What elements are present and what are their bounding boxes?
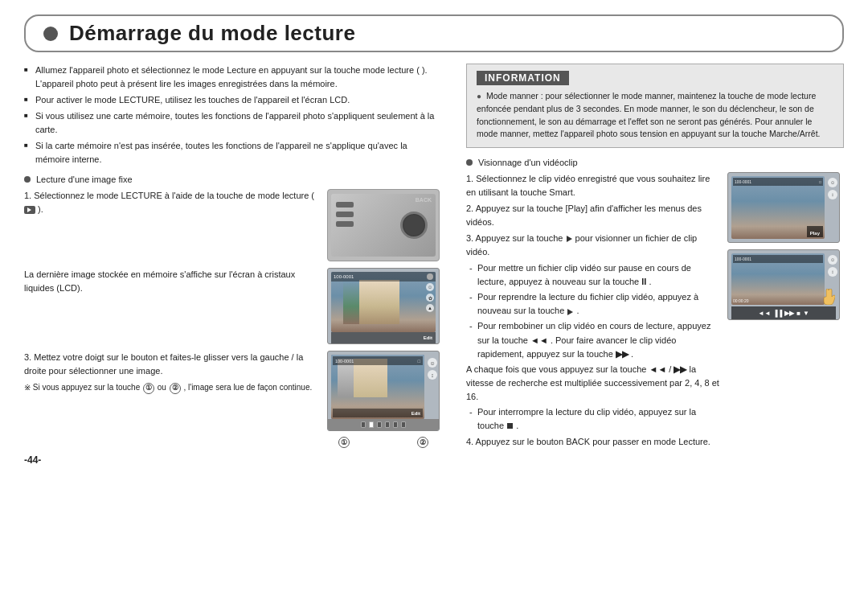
title-bullet xyxy=(43,27,58,41)
right-column: INFORMATION ● Mode manner : pour sélecti… xyxy=(458,64,844,586)
left-column: Allumez l'appareil photo et sélectionnez… xyxy=(24,64,458,586)
slide-image: 100-0001 □ Edit ☺ ↕ xyxy=(327,351,440,431)
intro-bullets: Allumez l'appareil photo et sélectionnez… xyxy=(24,64,444,166)
main-content: Allumez l'appareil photo et sélectionnez… xyxy=(24,64,844,586)
page: Démarrage du mode lecture Allumez l'appa… xyxy=(0,0,868,600)
right-section: 1. Sélectionnez le clip vidéo enregistré… xyxy=(466,172,844,449)
circle-indicator-2: ② xyxy=(417,437,428,448)
section1-title: Lecture d'une image fixe xyxy=(24,175,444,184)
section-dot-2 xyxy=(466,159,473,166)
circle-indicator-1: ① xyxy=(338,437,350,448)
battery-icon xyxy=(427,273,433,280)
video-step-2: 2. Appuyez sur la touche [Play] afin d'a… xyxy=(466,202,719,229)
info-box: INFORMATION ● Mode manner : pour sélecti… xyxy=(466,64,844,148)
camera-image-1: BACK xyxy=(327,189,440,261)
info-box-text: ● Mode manner : pour sélectionner le mod… xyxy=(477,90,833,141)
video-controls: ◄◄ ▐▐ ▶▶ ■ ▼ xyxy=(731,306,836,319)
dash-item-1: Pour mettre un fichier clip vidéo sur pa… xyxy=(466,261,719,289)
step1-image-col: BACK xyxy=(323,189,444,261)
dash-item-5: Pour interrompre la lecture du clip vidé… xyxy=(466,405,719,433)
video-step-3: 3. Appuyez sur la touche pour visionner … xyxy=(466,232,719,259)
step2-block: La dernière image stockée en mémoire s'a… xyxy=(24,268,444,344)
circle-1: ① xyxy=(143,383,154,394)
edit-label: Edit xyxy=(424,335,432,340)
camera-lens xyxy=(400,212,428,239)
stop-icon xyxy=(507,423,513,429)
info-box-title: INFORMATION xyxy=(477,71,569,85)
step3-text: 3. Mettez votre doigt sur le bouton et f… xyxy=(24,351,315,394)
step3-note: ※ Si vous appuyez sur la touche ① ou ② ,… xyxy=(24,381,315,394)
play-icon-2 xyxy=(567,309,573,315)
lcd-image-1: 100-0001 ☺ ✿ ▲ xyxy=(327,268,440,344)
play-label: Play xyxy=(810,231,820,236)
dash-item-2: Pour reprendre la lecture du fichier cli… xyxy=(466,290,719,318)
page-title: Démarrage du mode lecture xyxy=(69,21,355,46)
touch-speed-note: A chaque fois que vous appuyez sur la to… xyxy=(466,363,719,404)
play-mode-icon xyxy=(24,206,35,214)
list-item: Si la carte mémoire n'est pas insérée, t… xyxy=(24,139,444,166)
step3-block: 3. Mettez votre doigt sur le bouton et f… xyxy=(24,351,444,448)
video-images: 100-0001 □ ☺ ↕ Play xyxy=(727,172,844,449)
edit-label-2: Edit xyxy=(411,411,420,416)
section-dot xyxy=(24,176,31,183)
video-step-1: 1. Sélectionnez le clip vidéo enregistré… xyxy=(466,172,719,199)
list-item: Pour activer le mode LECTURE, utilisez l… xyxy=(24,93,444,107)
back-label: BACK xyxy=(416,197,432,203)
finger-cursor-icon xyxy=(822,289,835,306)
step2-image-col: 100-0001 ☺ ✿ ▲ xyxy=(323,268,444,344)
right-steps: 1. Sélectionnez le clip vidéo enregistré… xyxy=(466,172,719,449)
title-bar: Démarrage du mode lecture xyxy=(24,14,844,52)
video-lcd-2: 100-0001 00:00:20 ☺ ↕ ◄◄ xyxy=(727,249,840,320)
circle-2: ② xyxy=(170,383,181,394)
section2-title: Visionnage d'un vidéoclip xyxy=(466,158,844,167)
list-item: Allumez l'appareil photo et sélectionnez… xyxy=(24,64,444,91)
dash-item-3: Pour rembobiner un clip vidéo en cours d… xyxy=(466,319,719,360)
step1-block: 1. Sélectionnez le mode LECTURE à l'aide… xyxy=(24,189,444,261)
video-step-4: 4. Appuyez sur le bouton BACK pour passe… xyxy=(466,435,719,449)
circle-indicators: ① ② xyxy=(327,437,440,448)
page-number: -44- xyxy=(24,454,444,466)
step1-text: 1. Sélectionnez le mode LECTURE à l'aide… xyxy=(24,189,315,216)
step3-image-col: 100-0001 □ Edit ☺ ↕ xyxy=(323,351,444,448)
list-item: Si vous utilisez une carte mémoire, tout… xyxy=(24,109,444,137)
video-lcd-1: 100-0001 □ ☺ ↕ Play xyxy=(727,172,840,243)
play-triangle-icon xyxy=(567,236,572,242)
step2-text: La dernière image stockée en mémoire s'a… xyxy=(24,268,315,295)
